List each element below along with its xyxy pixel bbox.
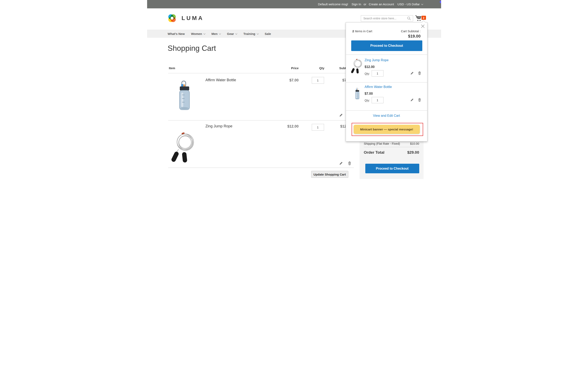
nav-label: Training <box>243 32 255 35</box>
logo-icon <box>168 14 176 23</box>
minicart-popup: 2 Items in Cart Cart Subtotal : $19.00 P… <box>346 22 427 142</box>
table-row-product-image[interactable] <box>171 129 198 165</box>
chevron-down-icon <box>219 33 221 34</box>
page-title: Shopping Cart <box>168 44 216 53</box>
minicart-item-price: $12.00 <box>365 65 375 69</box>
col-header-qty: Qty <box>319 66 324 70</box>
cart-count-badge[interactable]: 2 <box>421 16 426 20</box>
divider <box>346 82 427 83</box>
product-price: $12.00 <box>287 124 298 129</box>
trash-icon[interactable] <box>348 161 351 165</box>
chevron-down-icon <box>235 33 237 34</box>
edit-pencil-icon[interactable] <box>410 71 414 75</box>
minicart-item-thumbnail[interactable] <box>353 87 361 101</box>
nav-item-men[interactable]: Men <box>212 32 221 35</box>
order-total-label: Order Total <box>364 150 384 155</box>
minicart-item-thumbnail[interactable] <box>351 58 364 74</box>
table-row-product-image[interactable] <box>174 80 195 111</box>
divider <box>364 147 419 147</box>
minicart-arrow <box>422 20 425 24</box>
nav-item-sale[interactable]: Sale <box>265 32 271 35</box>
chevron-down-icon <box>421 3 423 5</box>
trash-icon[interactable] <box>418 98 421 102</box>
or-text: or <box>364 2 366 6</box>
product-name-link[interactable]: Zing Jump Rope <box>205 124 232 128</box>
shopping-cart-page: Default welcome msg! Sign In or Create a… <box>147 0 441 184</box>
welcome-message: Default welcome msg! <box>318 2 348 6</box>
product-name-link[interactable]: Affirm Water Bottle <box>205 78 236 82</box>
minicart-subtotal-value: $19.00 <box>408 34 420 39</box>
divider <box>168 73 354 73</box>
currency-selector[interactable]: USD - US Dollar <box>397 2 423 6</box>
nav-label: What's New <box>168 32 185 35</box>
shipping-label: Shipping (Flat Rate - Fixed) <box>364 142 400 145</box>
minicart-checkout-button[interactable]: Proceed to Checkout <box>351 41 422 51</box>
shipping-value: $10.00 <box>410 142 419 145</box>
jump-rope-image <box>351 58 364 74</box>
order-total-value: $29.00 <box>407 150 419 155</box>
col-header-price: Price <box>291 66 299 70</box>
qty-input[interactable] <box>312 124 324 131</box>
divider <box>168 167 354 168</box>
checkout-button[interactable]: Proceed to Checkout <box>365 164 419 173</box>
qty-input[interactable] <box>312 77 324 84</box>
nav-label: Women <box>191 32 202 35</box>
chevron-down-icon <box>204 33 205 34</box>
view-edit-cart-link[interactable]: View and Edit Cart <box>346 114 427 117</box>
col-header-item: Item <box>169 66 175 70</box>
topbar: Default welcome msg! Sign In or Create a… <box>147 0 441 8</box>
minicart-qty-label: Qty: <box>365 72 370 75</box>
update-cart-button[interactable]: Update Shopping Cart <box>311 171 348 178</box>
water-bottle-image <box>353 87 361 101</box>
nav-item-training[interactable]: Training <box>243 32 258 35</box>
jump-rope-image <box>171 129 198 165</box>
search-input[interactable] <box>361 15 413 21</box>
edit-pencil-icon[interactable] <box>410 98 414 102</box>
minicart-qty-input[interactable] <box>372 70 383 76</box>
minicart-subtotal-label: Cart Subtotal : <box>401 29 421 33</box>
chevron-down-icon <box>257 33 259 34</box>
divider <box>168 120 354 120</box>
edit-pencil-icon[interactable] <box>339 113 343 117</box>
cart-icon[interactable] <box>415 15 422 21</box>
minicart-qty-label: Qty: <box>365 99 370 102</box>
nav-label: Gear <box>227 32 234 35</box>
minicart-item-price: $7.00 <box>365 92 373 96</box>
product-price: $7.00 <box>289 78 298 83</box>
trash-icon[interactable] <box>418 71 421 75</box>
nav-item-women[interactable]: Women <box>191 32 205 35</box>
minicart-item-name-link[interactable]: Affirm Water Bottle <box>365 85 392 89</box>
minicart-count-suffix: Items in Cart <box>354 29 372 33</box>
minicart-qty-input[interactable] <box>372 97 383 103</box>
minicart-banner: Minicart banner — special message! <box>354 125 420 134</box>
water-bottle-image <box>174 80 195 111</box>
create-account-link[interactable]: Create an Account <box>369 2 394 6</box>
minicart-item-name-link[interactable]: Zing Jump Rope <box>365 58 389 62</box>
search-icon[interactable] <box>407 16 411 20</box>
luma-logo[interactable]: LUMA <box>168 14 204 23</box>
edit-pencil-icon[interactable] <box>339 161 343 165</box>
nav-label: Men <box>212 32 218 35</box>
logo-text: LUMA <box>182 15 204 21</box>
minicart-count-number: 2 <box>352 29 354 33</box>
nav-label: Sale <box>265 32 271 35</box>
sign-in-link[interactable]: Sign In <box>352 2 361 6</box>
divider <box>346 110 427 111</box>
minicart-items-count: 2 Items in Cart <box>352 29 373 33</box>
close-icon[interactable] <box>421 24 425 28</box>
currency-label: USD - US Dollar <box>397 2 420 6</box>
nav-item-gear[interactable]: Gear <box>227 32 237 35</box>
nav-item-whats-new[interactable]: What's New <box>168 32 185 35</box>
